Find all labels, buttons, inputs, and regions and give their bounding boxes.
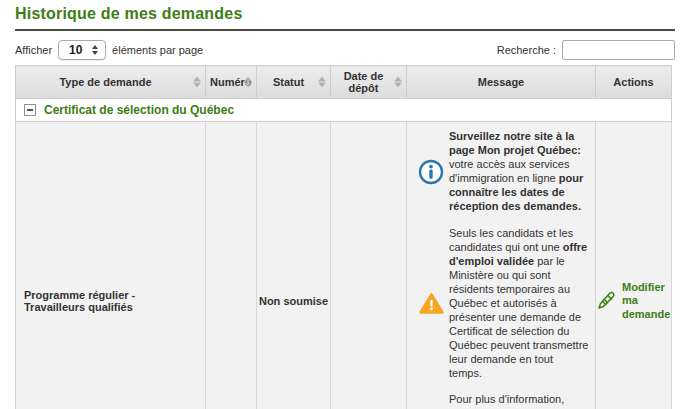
table-header-row: Type de demande Numéro Statut Date de dé… xyxy=(16,66,672,99)
cell-type-de-demande: Programme régulier - Travailleurs qualif… xyxy=(16,122,206,409)
cell-date-de-depot xyxy=(331,122,407,409)
cell-actions: Modifier ma demande xyxy=(596,122,672,409)
warning-icon xyxy=(413,291,449,316)
header-numero[interactable]: Numéro xyxy=(206,66,257,99)
modify-request-label: Modifier ma demande xyxy=(622,281,674,322)
sort-icon[interactable] xyxy=(318,77,326,88)
demandes-table: Type de demande Numéro Statut Date de dé… xyxy=(15,65,672,409)
page-size-select[interactable]: 10 xyxy=(58,40,106,60)
modify-request-link[interactable]: Modifier ma demande xyxy=(596,281,674,322)
table-row: Programme régulier - Travailleurs qualif… xyxy=(16,122,672,409)
table-toolbar: Afficher 10 éléments par page Recherche … xyxy=(15,40,675,60)
cell-message: Surveillez notre site à la page Mon proj… xyxy=(407,122,596,409)
message-paragraph-more-info: Pour plus d'information, consultez la pa… xyxy=(413,393,589,409)
page-size-value: 10 xyxy=(59,41,88,59)
message-text: Seuls les candidats et les candidates qu… xyxy=(449,227,589,381)
sort-icon[interactable] xyxy=(244,77,252,88)
page: Historique de mes demandes Afficher 10 é… xyxy=(0,0,690,409)
cell-numero xyxy=(206,122,257,409)
page-size-control: Afficher 10 éléments par page xyxy=(15,40,203,60)
group-row-label: Certificat de sélection du Québec xyxy=(44,103,234,117)
header-actions: Actions xyxy=(596,66,672,99)
message-paragraph-info: Surveillez notre site à la page Mon proj… xyxy=(413,130,589,214)
title-divider xyxy=(15,29,675,31)
cell-statut: Non soumise xyxy=(257,122,331,409)
group-row-certificat-selection-quebec: Certificat de sélection du Québec xyxy=(16,99,672,122)
header-type-de-demande[interactable]: Type de demande xyxy=(16,66,206,99)
message-text: Pour plus d'information, consultez la pa… xyxy=(449,393,589,409)
page-title: Historique de mes demandes xyxy=(15,5,675,23)
message-paragraph-warning: Seuls les candidats et les candidates qu… xyxy=(413,227,589,381)
header-statut[interactable]: Statut xyxy=(257,66,331,99)
search-label: Recherche : xyxy=(497,44,556,56)
info-icon xyxy=(413,159,449,185)
message-text: Surveillez notre site à la page Mon proj… xyxy=(449,130,589,214)
sort-icon[interactable] xyxy=(394,77,402,88)
sort-icon[interactable] xyxy=(193,77,201,88)
page-size-suffix-label: éléments par page xyxy=(112,44,203,56)
stepper-icon xyxy=(88,41,102,59)
pencil-icon xyxy=(596,290,617,313)
search-input[interactable] xyxy=(562,40,675,60)
search-control: Recherche : xyxy=(497,40,675,60)
header-message: Message xyxy=(407,66,596,99)
collapse-minus-box-icon[interactable] xyxy=(24,104,36,116)
header-date-de-depot[interactable]: Date de dépôt xyxy=(331,66,407,99)
page-size-prefix-label: Afficher xyxy=(15,44,52,56)
